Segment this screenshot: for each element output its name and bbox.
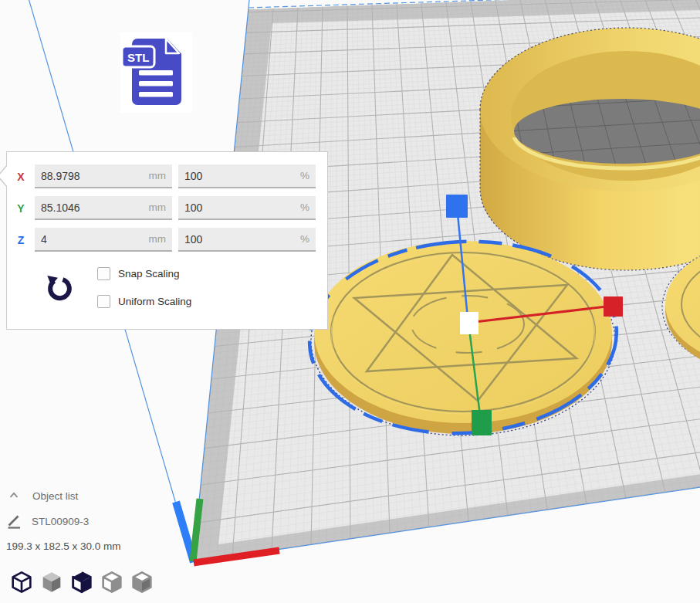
x-percent-unit: %: [300, 170, 316, 181]
object-list-item[interactable]: STL00909-3: [6, 513, 191, 529]
scale-handle-y[interactable]: [472, 410, 492, 435]
z-size-unit: mm: [149, 233, 173, 245]
stl-badge-label: STL: [127, 51, 149, 64]
z-percent-input[interactable]: [178, 233, 300, 246]
scale-row-y: Y mm %: [7, 196, 316, 220]
z-percent-unit: %: [300, 233, 316, 245]
y-percent-field[interactable]: %: [178, 196, 316, 220]
y-axis-label: Y: [7, 202, 35, 215]
x-percent-input[interactable]: [178, 170, 300, 182]
chevron-up-icon: [8, 490, 20, 502]
object-list-header[interactable]: Object list: [8, 488, 191, 503]
uniform-scaling-label[interactable]: Uniform Scaling: [118, 296, 191, 307]
scale-row-z: Z mm %: [7, 228, 316, 252]
x-percent-field[interactable]: %: [178, 164, 316, 188]
y-size-input[interactable]: [35, 202, 149, 214]
uniform-scaling-row: Uniform Scaling: [97, 294, 191, 308]
reset-scale-button[interactable]: [43, 273, 74, 304]
x-size-input[interactable]: [35, 170, 149, 182]
scale-tool-panel: X mm % Y mm % Z mm %: [6, 151, 328, 330]
object-list-panel: Object list STL00909-3 199.3 x 182.5 x 3…: [6, 488, 191, 552]
scale-handle-center[interactable]: [460, 312, 479, 334]
object-name: STL00909-3: [32, 516, 89, 527]
z-size-input[interactable]: [35, 233, 149, 246]
scale-handle-x[interactable]: [604, 296, 623, 317]
x-size-field[interactable]: mm: [35, 164, 172, 188]
y-percent-input[interactable]: [178, 202, 300, 214]
scale-row-x: X mm %: [7, 164, 316, 188]
left-view-cube-icon: [100, 570, 124, 595]
z-axis-label: Z: [7, 234, 35, 246]
y-size-field[interactable]: mm: [35, 196, 172, 220]
view-right-button[interactable]: [130, 570, 154, 595]
rotate-ccw-reset-icon: [43, 273, 74, 304]
right-view-cube-icon: [130, 570, 154, 595]
3d-view-cube-icon: [9, 570, 34, 595]
front-view-cube-icon: [39, 570, 64, 595]
view-3d-button[interactable]: [9, 570, 34, 595]
view-top-button[interactable]: [69, 570, 94, 595]
snap-scaling-row: Snap Scaling: [97, 266, 180, 280]
uniform-scaling-checkbox[interactable]: [97, 295, 110, 308]
x-size-unit: mm: [149, 170, 173, 181]
stl-file-icon: STL: [120, 32, 192, 113]
scale-handle-z[interactable]: [446, 195, 468, 218]
view-left-button[interactable]: [100, 570, 124, 595]
top-view-cube-icon: [69, 570, 94, 595]
view-front-button[interactable]: [39, 570, 64, 595]
pencil-edit-icon: [6, 513, 22, 529]
object-list-title: Object list: [32, 490, 78, 502]
snap-scaling-label[interactable]: Snap Scaling: [118, 268, 180, 279]
cura-3d-viewport-screen: { "file_icon": { "label": "STL", "color"…: [0, 0, 700, 603]
camera-view-buttons: [9, 570, 154, 595]
object-dimensions: 199.3 x 182.5 x 30.0 mm: [6, 540, 191, 552]
x-axis-label: X: [7, 171, 35, 183]
z-size-field[interactable]: mm: [35, 228, 172, 252]
snap-scaling-checkbox[interactable]: [97, 267, 110, 280]
stl-document-icon: STL: [120, 32, 192, 113]
z-percent-field[interactable]: %: [178, 228, 316, 252]
y-percent-unit: %: [300, 202, 316, 213]
y-size-unit: mm: [149, 202, 173, 213]
